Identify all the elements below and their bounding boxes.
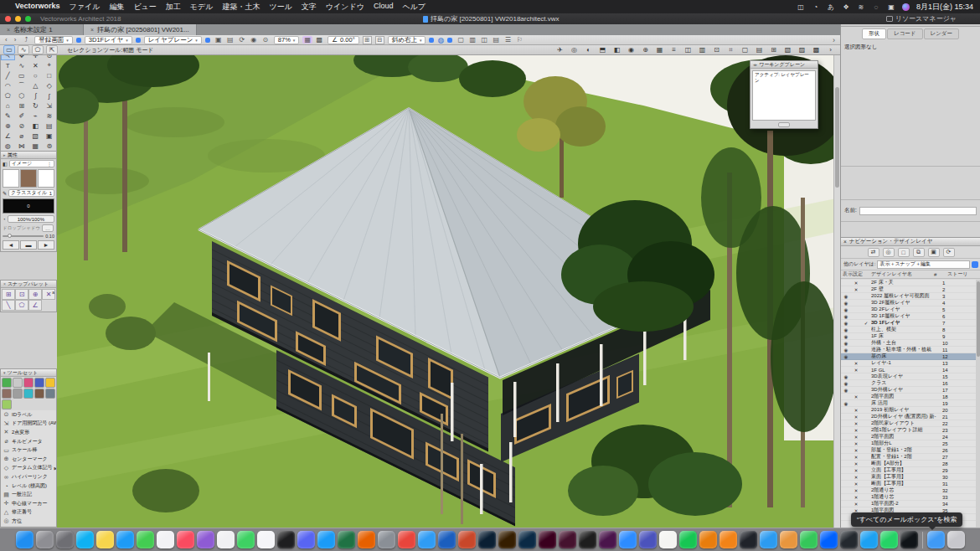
toolset-tool-0[interactable]: ⊙IDラベル bbox=[1, 410, 56, 420]
basic-tool-11[interactable]: □ bbox=[43, 70, 57, 80]
basic-tool-34[interactable]: ▧ bbox=[28, 131, 43, 141]
basic-tool-28[interactable]: ⊕ bbox=[1, 121, 15, 131]
layer-hidden-icon[interactable]: ✕ bbox=[851, 368, 861, 373]
layer-hidden-icon[interactable]: ✕ bbox=[851, 475, 861, 480]
marker-button-2[interactable]: ► bbox=[38, 240, 54, 250]
view-tool-5[interactable]: ◉ bbox=[625, 45, 637, 54]
layer-hidden-icon[interactable]: ✕ bbox=[851, 502, 861, 507]
view-tool-15[interactable]: ⊞ bbox=[767, 45, 780, 54]
fill-swatch-0[interactable] bbox=[3, 169, 19, 188]
dock-app-launchpad[interactable] bbox=[36, 531, 54, 548]
layer-visibility-icon[interactable]: ◉ bbox=[841, 401, 851, 406]
basic-tool-21[interactable]: ⊞ bbox=[15, 100, 29, 111]
render-options-toggle[interactable] bbox=[447, 38, 452, 43]
basic-tool-27[interactable]: ≋ bbox=[43, 111, 57, 121]
viewbar-icons-1-btn-0[interactable]: ▣ bbox=[214, 36, 224, 44]
pen-icon[interactable]: ✎ bbox=[3, 190, 7, 196]
current-view-dropdown[interactable]: 斜め右上▾ bbox=[388, 36, 426, 44]
basic-tool-13[interactable]: ⌒ bbox=[15, 80, 29, 90]
surface-snap-icon[interactable]: ⬠ bbox=[15, 300, 28, 311]
bluetooth-icon[interactable]: ❖ bbox=[842, 3, 850, 11]
dock-app-folder-downloads[interactable] bbox=[927, 531, 945, 548]
dock-app-music[interactable] bbox=[177, 531, 194, 548]
toolset-category-7[interactable] bbox=[23, 389, 34, 399]
menu-item-6[interactable]: 建築・土木 bbox=[222, 2, 260, 13]
dock-app-trash[interactable] bbox=[947, 531, 965, 548]
view-tool-3[interactable]: ⬒ bbox=[596, 45, 609, 54]
data-palette-tab-1[interactable]: レコード bbox=[887, 28, 922, 39]
dock-app-vlc[interactable] bbox=[720, 531, 737, 548]
zoom-level-dropdown[interactable]: 87%▾ bbox=[274, 36, 300, 44]
basic-tool-17[interactable]: ⬡ bbox=[15, 90, 29, 100]
menu-item-7[interactable]: ツール bbox=[269, 2, 291, 13]
viewbar-icons-3-btn-0[interactable]: ▢ bbox=[456, 36, 466, 44]
menu-item-4[interactable]: 加工 bbox=[166, 2, 181, 13]
basic-tool-38[interactable]: ▦ bbox=[28, 141, 43, 151]
basic-tool-4[interactable]: T bbox=[1, 60, 15, 70]
screen-mirroring-icon[interactable]: ◫ bbox=[797, 3, 805, 11]
toolset-category-2[interactable] bbox=[23, 378, 34, 388]
dock-app-numbers[interactable] bbox=[800, 531, 818, 548]
toolset-tool-9[interactable]: ▤一般注記 bbox=[1, 490, 56, 499]
viewbar-icons-1-btn-4[interactable]: ⊙ bbox=[260, 36, 271, 44]
dock-app-dropbox[interactable] bbox=[820, 531, 838, 548]
scrollbar-thumb[interactable] bbox=[977, 281, 980, 357]
basic-tool-8[interactable]: ╱ bbox=[1, 70, 15, 80]
pane-layout-toggle-1[interactable]: ⊞ bbox=[363, 36, 372, 44]
view-tool-11[interactable]: ⊡ bbox=[710, 45, 723, 54]
layer-hidden-icon[interactable]: ✕ bbox=[851, 448, 861, 453]
toolset-category-3[interactable] bbox=[34, 378, 44, 388]
layer-hidden-icon[interactable]: ✕ bbox=[851, 394, 861, 399]
nav-toolbar-button-1[interactable]: ◎ bbox=[883, 248, 895, 257]
view-tool-10[interactable]: ▥ bbox=[696, 45, 709, 54]
basic-tool-39[interactable]: ⊚ bbox=[43, 141, 57, 151]
basic-tool-18[interactable]: ∫ bbox=[28, 90, 43, 100]
view-tool-16[interactable]: ▧ bbox=[781, 45, 794, 54]
view-tool-13[interactable]: ▢ bbox=[739, 45, 751, 54]
menu-item-11[interactable]: ヘルプ bbox=[402, 2, 426, 13]
dock-app-lightroom[interactable] bbox=[518, 531, 536, 548]
dock-app-photos[interactable] bbox=[217, 531, 235, 548]
time-machine-icon[interactable]: ◔ bbox=[812, 3, 820, 11]
viewbar-icons-1-btn-1[interactable]: ▤ bbox=[225, 36, 235, 44]
control-center-icon[interactable]: ▣ bbox=[887, 3, 895, 11]
opacity-button[interactable]: 100%/100% bbox=[8, 215, 54, 223]
layer-hidden-icon[interactable]: ✕ bbox=[851, 468, 861, 473]
layer-visibility-icon[interactable]: ◉ bbox=[841, 327, 851, 332]
menu-item-9[interactable]: ウインドウ bbox=[326, 2, 364, 13]
drop-shadow-toggle[interactable]: … bbox=[42, 224, 54, 232]
layer-hidden-icon[interactable]: ✕ bbox=[851, 361, 861, 366]
basic-tool-23[interactable]: ⇲ bbox=[43, 100, 57, 111]
column-visibility[interactable]: 表示設定 bbox=[841, 270, 871, 278]
layer-hidden-icon[interactable]: ✕ bbox=[851, 481, 861, 487]
basic-tool-9[interactable]: ▭ bbox=[15, 70, 29, 80]
minimize-window-button[interactable] bbox=[15, 16, 21, 22]
class-toggle[interactable] bbox=[205, 38, 210, 43]
working-plane-list[interactable]: アクティブ: レイヤプレーン bbox=[752, 70, 816, 121]
saved-views-dropdown[interactable]: 登録画面▾ bbox=[34, 36, 73, 44]
basic-tool-14[interactable]: △ bbox=[28, 80, 43, 90]
dock-app-pages[interactable] bbox=[780, 531, 797, 548]
pane-layout-toggle-2[interactable]: ⊟ bbox=[375, 36, 384, 44]
menu-item-10[interactable]: Cloud bbox=[374, 2, 394, 13]
zoom-window-button[interactable] bbox=[25, 16, 31, 22]
dock-app-figma[interactable] bbox=[579, 531, 596, 548]
fill-swatch-1[interactable] bbox=[20, 169, 37, 188]
layer-hidden-icon[interactable]: ✕ bbox=[851, 441, 861, 446]
scrollbar-thumb[interactable] bbox=[835, 87, 839, 188]
basic-tool-36[interactable]: ◍ bbox=[1, 141, 15, 151]
selection-mode-1[interactable]: ∿ bbox=[18, 45, 29, 54]
wifi-icon[interactable]: ≋ bbox=[857, 3, 865, 11]
layer-hidden-icon[interactable]: ✕ bbox=[851, 428, 861, 433]
dock-app-spotify[interactable] bbox=[679, 531, 697, 548]
intersection-snap-icon[interactable]: ✕a bbox=[42, 289, 55, 300]
rotation-angle-field[interactable]: ∠0.00° bbox=[328, 36, 358, 44]
layer-visibility-icon[interactable]: ◉ bbox=[841, 301, 851, 306]
dock-app-keynote[interactable] bbox=[760, 531, 777, 548]
layer-list-scrollbar[interactable] bbox=[976, 280, 980, 528]
toolset-category-5[interactable] bbox=[2, 389, 12, 399]
fill-type-dropdown[interactable]: イメージ⋮ bbox=[9, 160, 54, 167]
toolset-tool-11[interactable]: △修正番号 bbox=[1, 508, 56, 518]
column-layer-name[interactable]: デザインレイヤ名 bbox=[871, 270, 934, 278]
toolset-tool-5[interactable]: ⊕センターマーク bbox=[1, 455, 56, 464]
